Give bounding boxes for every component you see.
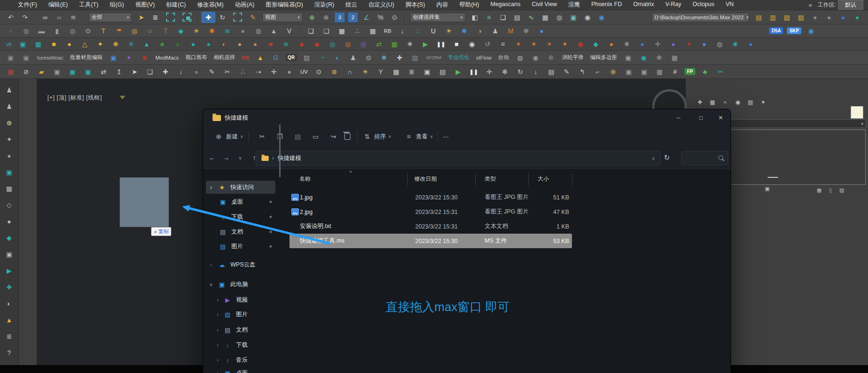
toolbar-badge-button[interactable]: SKP xyxy=(787,27,801,34)
toolbar-icon[interactable]: ❄ xyxy=(376,52,392,63)
toolbar-icon[interactable]: ↓ xyxy=(395,25,410,37)
chevron-right-icon[interactable]: › xyxy=(214,343,221,348)
more-options-button[interactable]: ⋯ xyxy=(443,133,449,140)
toolbar-icon[interactable]: ● xyxy=(232,38,247,50)
toolbar-icon[interactable]: ✦ xyxy=(92,38,108,50)
menu-item[interactable]: Octopus xyxy=(687,1,720,9)
toolbar-icon[interactable]: ◉ xyxy=(803,25,819,37)
toolbar-icon[interactable]: ◎ xyxy=(325,38,340,50)
toolbar-icon[interactable]: ✎ xyxy=(246,12,260,23)
toolbar-text-button[interactable]: 批量材质编辑 xyxy=(67,54,106,61)
toolbar-icon[interactable]: ≈ xyxy=(719,98,731,107)
sidebar-item-文档[interactable]: ▤文档➤ xyxy=(206,225,275,238)
column-header-名称[interactable]: 名称 xyxy=(299,175,311,186)
toolbar-icon[interactable]: ✛ xyxy=(650,38,665,50)
toolbar-icon[interactable]: ◆ xyxy=(309,38,325,50)
column-separator[interactable] xyxy=(475,173,476,185)
toolbar-icon[interactable]: ▦ xyxy=(814,186,825,194)
toolbar-icon[interactable]: ↶ xyxy=(4,12,18,23)
chevron-right-icon[interactable]: › xyxy=(214,297,221,303)
toolbar-icon[interactable]: ▣ xyxy=(620,52,636,63)
column-header-类型[interactable]: 类型 xyxy=(485,175,496,186)
chevron-down-icon[interactable]: ∨ xyxy=(208,282,214,287)
toolbar-icon[interactable]: ▤ xyxy=(435,66,450,77)
toolbar-icon[interactable]: ✻ xyxy=(497,66,512,77)
toolbar-badge-button[interactable]: FP xyxy=(685,68,695,75)
toolbar-icon[interactable]: ▲ xyxy=(4,314,15,326)
column-separator[interactable] xyxy=(572,173,572,185)
toolbar-icon[interactable]: ✺ xyxy=(619,38,634,50)
toolbar-icon[interactable]: ✚ xyxy=(693,98,706,107)
toolbar-icon[interactable]: ● xyxy=(822,12,836,23)
marquee-select-icon[interactable] xyxy=(166,13,175,22)
toolbar-icon[interactable]: ∴ xyxy=(350,25,365,37)
view-button[interactable]: ≡ 查看 ∨ xyxy=(404,131,433,142)
menu-item[interactable]: 组(G) xyxy=(104,1,130,9)
toolbar-icon[interactable]: ⊙ xyxy=(361,52,376,63)
chevron-down-icon[interactable]: ∨ xyxy=(208,185,214,190)
toolbar-icon[interactable]: ❏ xyxy=(496,12,510,23)
toolbar-icon[interactable]: ▣ xyxy=(4,249,15,260)
toolbar-icon[interactable]: ⊕ xyxy=(305,12,319,23)
toolbar-icon[interactable]: ▣ xyxy=(18,52,34,63)
chevron-right-icon[interactable]: › xyxy=(214,312,221,317)
marquee-select-icon[interactable] xyxy=(233,13,242,22)
menu-item[interactable]: V-Ray xyxy=(660,1,687,9)
toolbar-icon[interactable]: ∴ xyxy=(410,25,426,37)
toolbar-icon[interactable]: ❏ xyxy=(319,25,334,37)
toolbar-icon[interactable]: ∿ xyxy=(524,12,538,23)
toolbar-icon[interactable]: ● xyxy=(743,38,758,50)
menu-item[interactable]: 文件(F) xyxy=(12,1,43,9)
toolbar-icon[interactable]: ⇄ xyxy=(371,38,387,50)
toolbar-icon[interactable]: ✴ xyxy=(510,38,526,50)
chevron-right-icon[interactable]: › xyxy=(208,262,214,267)
chevron-right-icon[interactable]: › xyxy=(214,371,221,373)
toolbar-icon[interactable]: ? xyxy=(4,347,15,358)
toolbar-icon[interactable]: ≋ xyxy=(220,25,235,37)
toolbar-icon[interactable]: ◍ xyxy=(65,25,80,37)
toolbar-icon[interactable]: ∩ xyxy=(342,66,358,77)
toolbar-icon[interactable]: ♟ xyxy=(4,84,15,96)
toolbar-icon[interactable]: ≡ xyxy=(495,38,510,50)
toolbar-icon[interactable]: ● xyxy=(282,66,297,77)
toolbar-icon[interactable]: ✚ xyxy=(158,66,173,77)
toolbar-icon[interactable]: ◍ xyxy=(512,52,528,63)
column-header-大小[interactable]: 大小 xyxy=(538,175,549,186)
toolbar-icon[interactable]: ↓ xyxy=(528,66,543,77)
toolbar-icon[interactable]: ◆ xyxy=(294,38,309,50)
toolbar-icon[interactable]: ● xyxy=(3,25,18,37)
toolbar-icon[interactable]: ▦ xyxy=(387,38,402,50)
toolbar-icon[interactable]: ∠ xyxy=(359,12,373,23)
back-button[interactable]: ← xyxy=(205,154,219,161)
toolbar-text-button[interactable]: ❚❚ xyxy=(433,41,449,47)
toolbar-dropdown[interactable]: 创建选择集▾ xyxy=(410,13,465,22)
toolbar-text-button[interactable]: XFORM xyxy=(423,55,445,60)
toolbar-icon[interactable]: ● xyxy=(247,38,263,50)
toolbar-icon[interactable]: ✛ xyxy=(481,66,497,77)
new-button[interactable]: ⊕ 新建 ∨ xyxy=(213,131,244,142)
toolbar-icon[interactable]: ▧ xyxy=(780,12,794,23)
toolbar-icon[interactable]: ▦ xyxy=(334,25,350,37)
toolbar-icon[interactable]: ◆ xyxy=(4,232,15,244)
toolbar-icon[interactable]: ♠ xyxy=(170,38,185,50)
toolbar-icon[interactable]: ✶ xyxy=(681,38,696,50)
toolbar-icon[interactable]: V xyxy=(282,25,297,37)
toolbar-icon[interactable]: T xyxy=(96,25,111,37)
toolbar-icon[interactable]: ✚ xyxy=(4,282,15,293)
toolbar-icon[interactable]: ↺ xyxy=(480,38,495,50)
toolbar-icon[interactable]: ♟ xyxy=(487,25,503,37)
toolbar-icon[interactable]: ◉ xyxy=(594,12,609,23)
toolbar-icon[interactable]: ▦ xyxy=(3,66,18,77)
toolbar-icon[interactable]: ♣ xyxy=(697,66,713,77)
chevron-right-icon[interactable]: › xyxy=(214,358,221,363)
toolbar-icon[interactable]: ✿ xyxy=(80,25,96,37)
toolbar-icon[interactable]: ↻ xyxy=(512,66,528,77)
toolbar-icon[interactable]: ◧ xyxy=(468,12,482,23)
toolbar-icon[interactable]: ⊙ xyxy=(388,12,402,23)
toolbar-icon[interactable]: ≋ xyxy=(66,12,80,23)
file-row[interactable]: JPG2.jpg2023/3/22 15:31看图王 JPG 图片...47 K… xyxy=(289,205,572,219)
toolbar-dropdown[interactable]: 视图▾ xyxy=(262,13,303,22)
snap-toggle[interactable]: 2 xyxy=(348,12,358,23)
file-row[interactable]: 安装说明.txt2023/3/22 15:31文本文档1 KB xyxy=(289,219,572,234)
toolbar-icon[interactable]: ▣ xyxy=(3,52,18,63)
